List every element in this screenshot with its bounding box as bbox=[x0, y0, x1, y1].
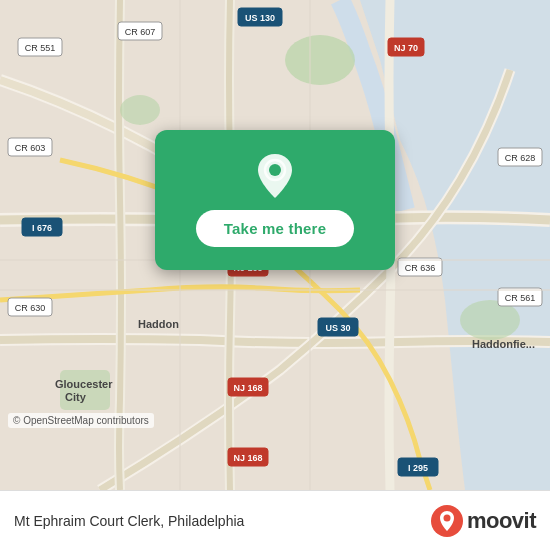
svg-text:Haddonfie...: Haddonfie... bbox=[472, 338, 535, 350]
svg-text:CR 636: CR 636 bbox=[405, 263, 436, 273]
svg-text:CR 630: CR 630 bbox=[15, 303, 46, 313]
map-container: CR 551 CR 607 US 130 NJ 70 CR 603 CR 603… bbox=[0, 0, 550, 490]
moovit-logo: moovit bbox=[431, 505, 536, 537]
svg-text:I 295: I 295 bbox=[408, 463, 428, 473]
svg-text:US 30: US 30 bbox=[325, 323, 350, 333]
moovit-text: moovit bbox=[467, 508, 536, 534]
svg-text:CR 603: CR 603 bbox=[15, 143, 46, 153]
svg-text:Gloucester: Gloucester bbox=[55, 378, 113, 390]
map-attribution: © OpenStreetMap contributors bbox=[8, 413, 154, 428]
attribution-text: © OpenStreetMap contributors bbox=[13, 415, 149, 426]
svg-text:US 130: US 130 bbox=[245, 13, 275, 23]
svg-point-1 bbox=[285, 35, 355, 85]
svg-text:NJ 168: NJ 168 bbox=[233, 383, 262, 393]
svg-text:City: City bbox=[65, 391, 87, 403]
svg-rect-3 bbox=[60, 370, 110, 410]
action-card: Take me there bbox=[155, 130, 395, 270]
svg-point-2 bbox=[120, 95, 160, 125]
svg-text:NJ 168: NJ 168 bbox=[233, 453, 262, 463]
location-label: Mt Ephraim Court Clerk, Philadelphia bbox=[14, 513, 421, 529]
take-me-there-button[interactable]: Take me there bbox=[196, 210, 354, 247]
location-icon-wrapper bbox=[253, 154, 297, 198]
svg-text:CR 561: CR 561 bbox=[505, 293, 536, 303]
svg-point-45 bbox=[269, 164, 281, 176]
location-pin-icon bbox=[255, 152, 295, 200]
svg-text:CR 607: CR 607 bbox=[125, 27, 156, 37]
bottom-bar: Mt Ephraim Court Clerk, Philadelphia moo… bbox=[0, 490, 550, 550]
moovit-icon bbox=[431, 505, 463, 537]
svg-text:NJ 70: NJ 70 bbox=[394, 43, 418, 53]
svg-text:CR 551: CR 551 bbox=[25, 43, 56, 53]
svg-point-48 bbox=[443, 514, 450, 521]
svg-text:Haddon: Haddon bbox=[138, 318, 179, 330]
svg-text:CR 628: CR 628 bbox=[505, 153, 536, 163]
svg-text:I 676: I 676 bbox=[32, 223, 52, 233]
